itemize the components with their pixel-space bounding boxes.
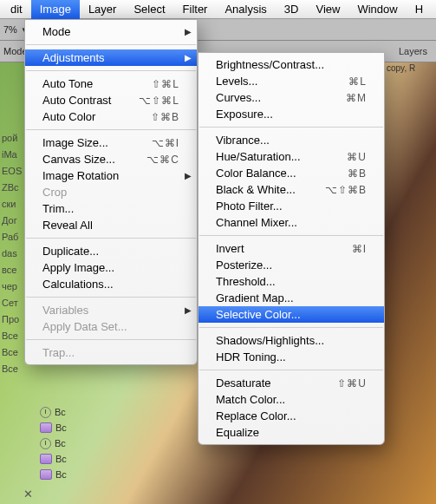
adjust-menu-desaturate[interactable]: Desaturate⇧⌘U xyxy=(198,375,384,391)
submenu-arrow-icon: ▶ xyxy=(185,53,192,62)
adjust-menu-black-white[interactable]: Black & White...⌥⇧⌘B xyxy=(198,181,384,198)
menu-image[interactable]: Image xyxy=(31,0,80,19)
menu-item-label: Adjustments xyxy=(42,51,179,64)
folder-label: Bс xyxy=(55,451,67,467)
image-menu-apply-data-set: Apply Data Set... xyxy=(25,318,197,335)
menu-dit[interactable]: dit xyxy=(2,0,31,19)
menu-item-label: Calculations... xyxy=(42,278,179,291)
menu-item-label: Hue/Saturation... xyxy=(216,150,340,163)
adjust-menu-color-balance[interactable]: Color Balance...⌘B xyxy=(198,165,384,181)
shortcut-label: ⌥⇧⌘B xyxy=(325,184,367,196)
close-icon[interactable]: ✕ xyxy=(23,488,33,501)
adjust-menu-gradient-map[interactable]: Gradient Map... xyxy=(198,290,384,306)
menu-item-label: Black & White... xyxy=(216,183,318,196)
shortcut-label: ⇧⌘L xyxy=(152,78,179,90)
menu-item-label: Reveal All xyxy=(42,219,179,232)
shortcut-label: ⌥⇧⌘L xyxy=(139,95,179,107)
sidebar-text-fragment: Сет xyxy=(0,295,26,311)
menu-item-label: HDR Toning... xyxy=(216,350,367,363)
folder-label: Bс xyxy=(55,404,66,420)
menu-filter[interactable]: Filter xyxy=(174,0,217,19)
image-menu-trim[interactable]: Trim... xyxy=(25,200,197,217)
menu-item-label: Image Rotation xyxy=(42,169,179,182)
adjust-menu-separator xyxy=(199,370,383,370)
adjust-menu-posterize[interactable]: Posterize... xyxy=(198,257,384,273)
adjust-menu-brightness-contrast[interactable]: Brightness/Contrast... xyxy=(198,56,384,73)
menu-item-label: Canvas Size... xyxy=(42,153,140,166)
image-menu-separator xyxy=(26,70,196,71)
menu-item-label: Vibrance... xyxy=(216,134,367,147)
sidebar-text-fragment: Про xyxy=(0,311,26,328)
adjust-menu-selective-color[interactable]: Selective Color... xyxy=(198,306,384,323)
menu-item-label: Auto Color xyxy=(42,110,144,123)
layers-tab-label[interactable]: Layers xyxy=(399,46,427,56)
menu-view[interactable]: View xyxy=(307,0,348,19)
image-menu-mode[interactable]: Mode▶ xyxy=(25,23,197,40)
sidebar-text-fragment: ZBс xyxy=(0,180,26,196)
folder-row[interactable]: Bс xyxy=(40,420,67,435)
menu-h[interactable]: H xyxy=(407,0,432,19)
image-menu-separator xyxy=(26,339,196,340)
menu-select[interactable]: Select xyxy=(125,0,173,19)
adjust-menu-exposure[interactable]: Exposure... xyxy=(198,106,384,122)
image-menu-image-size[interactable]: Image Size...⌥⌘I xyxy=(25,134,197,151)
menu-item-label: Curves... xyxy=(216,91,339,104)
image-menu-image-rotation[interactable]: Image Rotation▶ xyxy=(25,167,197,184)
menu-window[interactable]: Window xyxy=(348,0,406,19)
image-menu[interactable]: Mode▶Adjustments▶Auto Tone⇧⌘LAuto Contra… xyxy=(24,19,198,365)
image-menu-auto-tone[interactable]: Auto Tone⇧⌘L xyxy=(25,75,197,92)
left-sidebar-snippets: ройiMaEOSZBсскиДогРабdasвсечерСетПроВсеВ… xyxy=(0,130,26,377)
adjust-menu-equalize[interactable]: Equalize xyxy=(198,424,384,441)
shortcut-label: ⌘L xyxy=(348,75,367,88)
adjust-menu-channel-mixer[interactable]: Channel Mixer... xyxy=(198,214,384,231)
menu-item-label: Levels... xyxy=(216,75,342,88)
adjust-menu-separator xyxy=(199,235,383,236)
image-menu-trap: Trap... xyxy=(25,344,197,361)
zoom-value[interactable]: 7% xyxy=(3,24,17,35)
image-menu-apply-image[interactable]: Apply Image... xyxy=(25,259,197,276)
clock-icon xyxy=(40,438,51,449)
adjust-menu-separator xyxy=(199,327,383,328)
menu-layer[interactable]: Layer xyxy=(80,0,126,19)
image-menu-separator xyxy=(26,238,196,239)
menu-analysis[interactable]: Analysis xyxy=(216,0,275,19)
adjust-menu-hdr-toning[interactable]: HDR Toning... xyxy=(198,349,384,365)
image-menu-adjustments[interactable]: Adjustments▶ xyxy=(25,49,197,66)
folder-row[interactable]: Bс xyxy=(40,467,67,482)
menu-bar: ditImageLayerSelectFilterAnalysis3DViewW… xyxy=(0,0,436,19)
folder-row[interactable]: Bс xyxy=(40,451,67,467)
image-menu-duplicate[interactable]: Duplicate... xyxy=(25,243,197,259)
menu-item-label: Mode xyxy=(42,25,179,38)
adjust-menu-shadows-highlights[interactable]: Shadows/Highlights... xyxy=(198,332,384,349)
menu-item-label: Selective Color... xyxy=(216,308,367,321)
adjust-menu-hue-saturation[interactable]: Hue/Saturation...⌘U xyxy=(198,148,384,165)
shortcut-label: ⌘B xyxy=(348,167,367,180)
sidebar-text-fragment: Раб xyxy=(0,229,26,245)
image-menu-auto-color[interactable]: Auto Color⇧⌘B xyxy=(25,108,197,125)
folder-row[interactable]: Bс xyxy=(40,435,67,451)
adjust-menu-threshold[interactable]: Threshold... xyxy=(198,273,384,290)
sidebar-text-fragment: das xyxy=(0,245,26,262)
adjust-menu-replace-color[interactable]: Replace Color... xyxy=(198,408,384,424)
adjust-menu-levels[interactable]: Levels...⌘L xyxy=(198,73,384,89)
adjust-menu-match-color[interactable]: Match Color... xyxy=(198,391,384,408)
image-menu-calculations[interactable]: Calculations... xyxy=(25,276,197,292)
adjustments-submenu[interactable]: Brightness/Contrast...Levels...⌘LCurves.… xyxy=(198,52,385,445)
image-menu-reveal-all[interactable]: Reveal All xyxy=(25,217,197,233)
adjust-menu-invert[interactable]: Invert⌘I xyxy=(198,240,384,257)
image-menu-auto-contrast[interactable]: Auto Contrast⌥⇧⌘L xyxy=(25,92,197,108)
image-menu-canvas-size[interactable]: Canvas Size...⌥⌘C xyxy=(25,151,197,167)
menu-item-label: Shadows/Highlights... xyxy=(216,334,367,347)
sidebar-text-fragment: Все xyxy=(0,328,26,344)
folder-row[interactable]: Bс xyxy=(40,404,67,420)
adjust-menu-photo-filter[interactable]: Photo Filter... xyxy=(198,198,384,214)
menu-3d[interactable]: 3D xyxy=(276,0,308,19)
menu-item-label: Threshold... xyxy=(216,275,367,288)
adjust-menu-curves[interactable]: Curves...⌘M xyxy=(198,89,384,106)
menu-item-label: Posterize... xyxy=(216,259,367,272)
menu-item-label: Channel Mixer... xyxy=(216,216,367,229)
menu-item-label: Apply Data Set... xyxy=(42,320,179,333)
clock-icon xyxy=(40,407,51,418)
folder-icon xyxy=(40,469,52,480)
adjust-menu-vibrance[interactable]: Vibrance... xyxy=(198,132,384,148)
